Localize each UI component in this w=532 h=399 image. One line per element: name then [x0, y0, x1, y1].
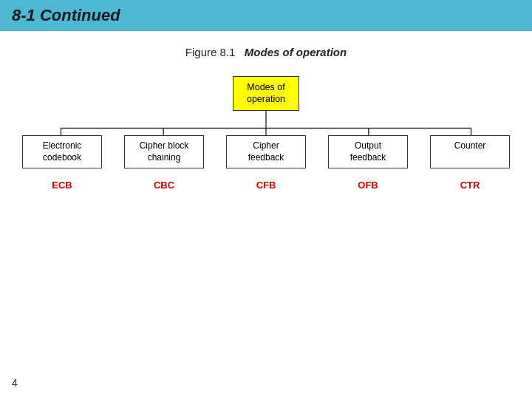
root-node: Modes of operation	[233, 76, 299, 111]
child-node-ctr: Counter	[430, 135, 510, 168]
child-nodes-row: Electroniccodebook Cipher blockchaining …	[22, 135, 510, 168]
header: 8-1 Continued	[0, 0, 532, 31]
figure-title: Modes of operation	[245, 46, 347, 58]
abbr-cbc: CBC	[124, 180, 204, 191]
child-node-ofb: Outputfeedback	[328, 135, 408, 168]
abbr-ctr: CTR	[430, 180, 510, 191]
page-title: 8-1 Continued	[12, 6, 120, 25]
figure-caption: Figure 8.1 Modes of operation	[22, 46, 510, 58]
main-content: Figure 8.1 Modes of operation Modes of o…	[0, 31, 532, 216]
figure-label: Figure 8.1	[185, 46, 236, 58]
child-node-cbc: Cipher blockchaining	[124, 135, 204, 168]
diagram: Modes of operation Electroniccodebook Ci…	[22, 76, 510, 202]
page-number: 4	[12, 377, 18, 389]
abbr-cfb: CFB	[226, 180, 306, 191]
child-node-ecb: Electroniccodebook	[22, 135, 102, 168]
abbr-ofb: OFB	[328, 180, 408, 191]
abbr-ecb: ECB	[22, 180, 102, 191]
child-labels-row: ECB CBC CFB OFB CTR	[22, 180, 510, 191]
root-text-line1: Modes of	[247, 82, 284, 92]
root-text-line2: operation	[247, 94, 285, 104]
child-node-cfb: Cipherfeedback	[226, 135, 306, 168]
